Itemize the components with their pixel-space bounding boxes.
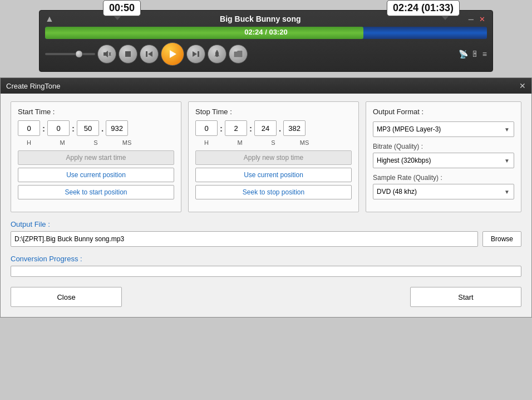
samplerate-row: Sample Rate (Quality) : DVD (48 khz) ▼ xyxy=(373,174,514,199)
apply-stop-time-button[interactable]: Apply new stop time xyxy=(195,150,352,165)
minimize-button[interactable]: ─ xyxy=(467,15,475,23)
stop-sep1: : xyxy=(220,124,223,133)
svg-rect-3 xyxy=(125,51,131,57)
volume-knob[interactable] xyxy=(75,50,83,58)
right-icons: 📡 🎚 ≡ xyxy=(459,50,487,58)
format-select[interactable]: MP3 (MPEG Layer-3) xyxy=(373,121,514,137)
svg-rect-9 xyxy=(216,50,218,51)
svg-marker-0 xyxy=(104,51,108,57)
next-button[interactable] xyxy=(186,45,205,64)
stop-time-labels: H M S MS xyxy=(195,139,352,146)
format-select-wrapper: MP3 (MPEG Layer-3) ▼ xyxy=(373,121,514,137)
start-ms-label: MS xyxy=(116,139,138,146)
progress-bar-container[interactable]: 02:24 / 03:20 xyxy=(45,27,487,39)
output-file-section: Output File : Browse xyxy=(11,220,521,247)
stop-button[interactable] xyxy=(119,45,137,64)
output-file-row: Browse xyxy=(11,231,521,247)
apply-start-time-button[interactable]: Apply new start time xyxy=(18,150,174,165)
close-player-button[interactable]: ✕ xyxy=(477,15,487,23)
folder-button[interactable] xyxy=(229,45,248,64)
seek-to-start-button[interactable]: Seek to start position xyxy=(18,185,174,199)
svg-rect-5 xyxy=(146,51,147,57)
conversion-progress-section: Conversion Progress : xyxy=(11,255,521,277)
volume-slider[interactable] xyxy=(45,53,95,55)
conversion-progress-bar xyxy=(11,266,521,277)
samplerate-select-wrapper: DVD (48 khz) ▼ xyxy=(373,184,514,199)
format-row: MP3 (MPEG Layer-3) ▼ xyxy=(373,121,514,137)
prev-button[interactable] xyxy=(140,45,159,64)
stop-time-label: Stop Time : xyxy=(195,108,352,116)
bitrate-row: Bitrate (Quality) : Highest (320kbps) ▼ xyxy=(373,143,514,168)
dialog-title: Create RingTone xyxy=(6,82,61,90)
start-sep2: : xyxy=(72,124,75,133)
start-time-section: Start Time : : : . H M S M xyxy=(11,101,181,212)
svg-line-2 xyxy=(109,52,111,56)
start-h-label: H xyxy=(18,139,40,146)
svg-rect-8 xyxy=(198,51,199,57)
stop-sep2: : xyxy=(249,124,252,133)
start-time-label: Start Time : xyxy=(18,108,174,116)
player-wrapper: 00:50 02:24 (01:33) ▲ Big Buck Bunny son… xyxy=(0,0,532,77)
browse-button[interactable]: Browse xyxy=(482,231,521,247)
dialog-close-button[interactable]: ✕ xyxy=(519,81,526,90)
player-win-buttons: ─ ✕ xyxy=(467,15,487,23)
svg-marker-7 xyxy=(193,51,197,57)
bell-button[interactable] xyxy=(208,45,226,64)
time-sections-row: Start Time : : : . H M S M xyxy=(11,101,521,212)
stop-time-inputs: : : . xyxy=(195,120,352,136)
svg-marker-6 xyxy=(170,50,176,58)
start-m-input[interactable] xyxy=(47,120,70,136)
stop-m-label: M xyxy=(229,139,251,146)
samplerate-label: Sample Rate (Quality) : xyxy=(373,174,514,182)
stop-s-label: S xyxy=(262,139,284,146)
conversion-progress-label: Conversion Progress : xyxy=(11,255,521,263)
stop-m-input[interactable] xyxy=(225,120,247,136)
svg-marker-4 xyxy=(148,51,152,57)
dialog-titlebar: Create RingTone ✕ xyxy=(1,78,531,94)
tooltip-stop: 02:24 (01:33) xyxy=(387,0,460,16)
stop-time-section: Stop Time : : : . H M S MS xyxy=(188,101,359,212)
playlist-icon[interactable]: ≡ xyxy=(482,50,487,58)
start-h-input[interactable] xyxy=(18,120,40,136)
tooltip-start: 00:50 xyxy=(103,0,141,16)
samplerate-select[interactable]: DVD (48 khz) xyxy=(373,184,514,199)
close-button[interactable]: Close xyxy=(11,287,122,307)
player-arrow-icon[interactable]: ▲ xyxy=(45,14,54,24)
bitrate-select-wrapper: Highest (320kbps) ▼ xyxy=(373,153,514,168)
bitrate-label: Bitrate (Quality) : xyxy=(373,143,514,150)
start-dot: . xyxy=(101,124,104,133)
stop-h-label: H xyxy=(195,139,218,146)
stop-s-input[interactable] xyxy=(254,120,277,136)
progress-text: 02:24 / 03:20 xyxy=(45,28,487,36)
use-current-stop-button[interactable]: Use current position xyxy=(195,168,352,182)
media-player: ▲ Big Buck Bunny song ─ ✕ 02:24 / 03:20 xyxy=(39,10,493,72)
use-current-start-button[interactable]: Use current position xyxy=(18,168,174,182)
start-ms-input[interactable] xyxy=(106,120,128,136)
output-format-section: Output Format : MP3 (MPEG Layer-3) ▼ Bit… xyxy=(366,101,521,212)
bitrate-select[interactable]: Highest (320kbps) xyxy=(373,153,514,168)
stop-dot: . xyxy=(279,124,281,133)
seek-to-stop-button[interactable]: Seek to stop position xyxy=(195,185,352,199)
start-s-label: S xyxy=(85,139,107,146)
output-file-label: Output File : xyxy=(11,220,521,228)
output-file-input[interactable] xyxy=(11,231,478,247)
dialog-body: Start Time : : : . H M S M xyxy=(1,94,531,317)
mute-button[interactable] xyxy=(97,45,116,64)
output-format-label: Output Format : xyxy=(373,108,514,116)
stop-h-input[interactable] xyxy=(195,120,218,136)
create-ringtone-dialog: Create RingTone ✕ Start Time : : : . H xyxy=(0,77,532,318)
start-time-inputs: : : . xyxy=(18,120,174,136)
antenna-icon[interactable]: 📡 xyxy=(459,50,468,58)
player-controls: 📡 🎚 ≡ xyxy=(45,42,487,66)
play-button[interactable] xyxy=(161,42,184,66)
start-time-labels: H M S MS xyxy=(18,139,174,146)
bottom-buttons-row: Close Start xyxy=(11,287,521,307)
start-sep1: : xyxy=(42,124,45,133)
equalizer-icon[interactable]: 🎚 xyxy=(471,50,479,58)
stop-ms-input[interactable] xyxy=(283,120,306,136)
start-m-label: M xyxy=(51,139,73,146)
start-button[interactable]: Start xyxy=(410,287,521,307)
start-s-input[interactable] xyxy=(77,120,99,136)
svg-line-1 xyxy=(109,52,111,56)
stop-ms-label: MS xyxy=(293,139,316,146)
